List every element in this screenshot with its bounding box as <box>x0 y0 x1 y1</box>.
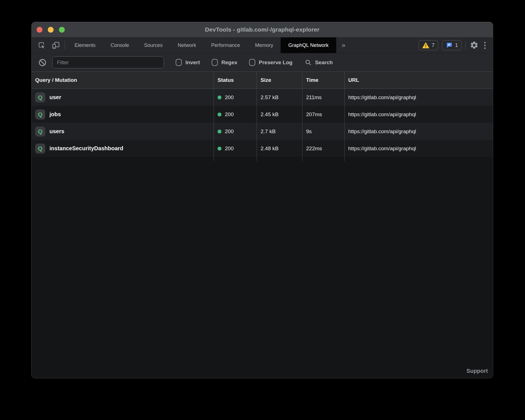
response-time: 207ms <box>306 111 322 118</box>
response-size: 2.57 kB <box>261 94 278 101</box>
request-url: https://gitlab.com/api/graphql <box>348 111 416 118</box>
table-row[interactable]: Q jobs 200 2.45 kB 207ms https://gitlab.… <box>32 106 493 123</box>
response-size: 2.48 kB <box>261 145 278 152</box>
preserve-log-checkbox[interactable] <box>249 59 255 66</box>
column-header-url: URL <box>344 72 493 89</box>
tab-performance[interactable]: Performance <box>204 37 247 53</box>
status-code: 200 <box>225 94 234 101</box>
query-type-badge: Q <box>35 144 45 154</box>
search-icon <box>305 59 312 66</box>
devtools-tab-bar: Elements Console Sources Network Perform… <box>32 37 493 53</box>
column-header-time: Time <box>302 72 344 89</box>
query-name: user <box>49 94 61 101</box>
preserve-log-label: Preserve Log <box>259 59 292 66</box>
search-control[interactable]: Search <box>305 59 333 66</box>
table-row[interactable]: Q user 200 2.57 kB 211ms https://gitlab.… <box>32 89 493 106</box>
search-label: Search <box>315 59 333 66</box>
inspect-element-icon[interactable] <box>38 41 46 49</box>
status-ok-dot <box>218 130 221 133</box>
warnings-count: 7 <box>432 42 435 48</box>
query-type-badge: Q <box>35 127 45 137</box>
badges-separator <box>466 41 466 49</box>
support-link[interactable]: Support <box>466 368 488 374</box>
status-ok-dot <box>218 96 221 99</box>
device-toolbar-icon[interactable] <box>52 41 60 49</box>
more-tabs-chevron-icon[interactable]: » <box>336 37 351 53</box>
status-ok-dot <box>218 147 221 151</box>
response-size: 2.7 kB <box>261 128 276 135</box>
status-ok-dot <box>218 113 221 116</box>
tab-network[interactable]: Network <box>170 37 204 53</box>
regex-checkbox[interactable] <box>212 59 218 66</box>
request-url: https://gitlab.com/api/graphql <box>348 94 416 101</box>
filter-input[interactable] <box>52 56 164 68</box>
response-size: 2.45 kB <box>261 111 278 118</box>
clear-log-icon[interactable] <box>38 58 47 67</box>
preserve-log-checkbox-group[interactable]: Preserve Log <box>249 59 292 66</box>
tab-sources[interactable]: Sources <box>137 37 170 53</box>
settings-gear-icon[interactable] <box>470 41 479 50</box>
messages-badge[interactable]: 1 <box>442 40 462 50</box>
filter-bar: Invert Regex Preserve Log Search <box>32 53 493 72</box>
table-row[interactable]: Q users 200 2.7 kB 9s https://gitlab.com… <box>32 123 493 140</box>
more-options-kebab-icon[interactable] <box>483 42 487 49</box>
table-header: Query / Mutation Status Size Time URL <box>32 72 493 89</box>
title-bar: DevTools - gitlab.com/-/graphql-explorer <box>32 22 493 37</box>
toolbar-right-group: 7 1 <box>419 37 493 53</box>
response-time: 222ms <box>306 145 322 152</box>
invert-checkbox-group[interactable]: Invert <box>176 59 200 66</box>
column-header-status: Status <box>214 72 257 89</box>
invert-label: Invert <box>185 59 200 66</box>
regex-label: Regex <box>221 59 237 66</box>
invert-checkbox[interactable] <box>176 59 182 66</box>
query-name: users <box>49 128 64 135</box>
column-header-query: Query / Mutation <box>32 72 214 89</box>
query-type-badge: Q <box>35 109 45 120</box>
devtools-window: DevTools - gitlab.com/-/graphql-explorer… <box>31 22 493 378</box>
tab-console[interactable]: Console <box>103 37 137 53</box>
tab-elements[interactable]: Elements <box>67 37 103 53</box>
tab-memory[interactable]: Memory <box>247 37 281 53</box>
query-type-badge: Q <box>35 92 45 102</box>
query-name: jobs <box>49 111 61 118</box>
warnings-badge[interactable]: 7 <box>419 40 438 50</box>
toolbar-icons <box>32 37 65 53</box>
response-time: 9s <box>306 128 312 135</box>
column-divider-extension <box>32 157 493 161</box>
table-row[interactable]: Q instanceSecurityDashboard 200 2.48 kB … <box>32 140 493 157</box>
request-url: https://gitlab.com/api/graphql <box>348 128 416 135</box>
status-code: 200 <box>225 145 234 152</box>
status-code: 200 <box>225 128 234 135</box>
toolbar-separator <box>65 41 65 49</box>
response-time: 211ms <box>306 94 322 101</box>
tab-graphql-network[interactable]: GraphQL Network <box>281 37 336 53</box>
window-title: DevTools - gitlab.com/-/graphql-explorer <box>32 22 493 37</box>
regex-checkbox-group[interactable]: Regex <box>212 59 237 66</box>
column-header-size: Size <box>257 72 302 89</box>
request-url: https://gitlab.com/api/graphql <box>348 145 416 152</box>
status-code: 200 <box>225 111 234 118</box>
query-name: instanceSecurityDashboard <box>49 145 123 152</box>
chat-bubble-icon <box>446 42 452 49</box>
messages-count: 1 <box>455 42 458 48</box>
warning-triangle-icon <box>422 42 429 49</box>
